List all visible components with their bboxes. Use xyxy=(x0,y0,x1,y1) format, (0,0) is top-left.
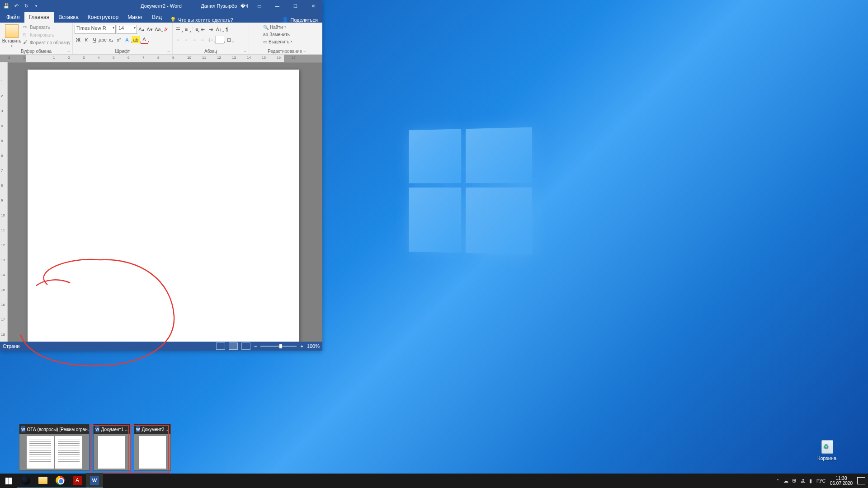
bullets-button[interactable]: ☰ xyxy=(175,26,182,33)
tab-layout[interactable]: Макет xyxy=(123,12,147,23)
numbering-button[interactable]: ≡ xyxy=(183,26,190,33)
page-indicator[interactable]: Страни xyxy=(3,343,19,349)
clock[interactable]: 11:30 06.07.2020 xyxy=(830,476,853,486)
qat-dropdown-icon[interactable]: ▾ xyxy=(33,2,40,9)
tab-view[interactable]: Вид xyxy=(147,12,166,23)
increase-indent-button[interactable]: ⇥ xyxy=(207,26,214,33)
ribbon-options-icon[interactable]: ▭ xyxy=(252,0,266,12)
align-right-button[interactable]: ≡ xyxy=(191,36,198,43)
ruler-h-tick: 13 xyxy=(232,56,236,60)
thumbnail-preview xyxy=(19,434,89,470)
strikethrough-button[interactable]: abc xyxy=(99,36,106,43)
font-name-select[interactable]: Times New R xyxy=(75,25,116,34)
ruler-v-tick: 1 xyxy=(1,79,3,83)
text-effects-button[interactable]: A xyxy=(123,36,131,43)
desktop-recycle-bin[interactable]: Корзина xyxy=(817,437,836,461)
tray-expand-icon[interactable]: ˄ xyxy=(777,479,779,483)
underline-button[interactable]: Ч xyxy=(91,36,98,43)
grow-font-button[interactable]: A▴ xyxy=(138,26,145,33)
ruler-h-tick: 16 xyxy=(277,56,281,60)
cut-button[interactable]: ✂Вырезать xyxy=(23,23,71,31)
ruler-h-tick: 9 xyxy=(172,56,174,60)
font-size-select[interactable]: 14 xyxy=(117,25,137,34)
zoom-slider[interactable] xyxy=(260,346,297,347)
maximize-button[interactable]: ☐ xyxy=(288,0,302,12)
language-indicator[interactable]: РУС xyxy=(816,479,826,483)
ruler-horizontal[interactable]: 211234567891011121314151617 xyxy=(0,55,322,62)
read-mode-button[interactable] xyxy=(216,343,225,350)
titlebar[interactable]: 💾 ↶ ↻ ▾ Документ2 - Word Данил Пузырёв �… xyxy=(0,0,322,12)
recycle-bin-label: Корзина xyxy=(817,455,836,461)
zoom-in-button[interactable]: + xyxy=(300,343,303,349)
onedrive-icon[interactable]: ☁ xyxy=(783,478,788,484)
tab-design[interactable]: Конструктор xyxy=(83,12,123,23)
copy-button[interactable]: ⎘Копировать xyxy=(23,31,71,38)
thumbnail-0[interactable]: WОТА (вопросы) [Режим огран... xyxy=(19,424,90,471)
clear-formatting-button[interactable]: A̷ xyxy=(162,26,170,33)
share-button[interactable]: 👤 Поделиться xyxy=(282,17,318,23)
ruler-h-tick: 10 xyxy=(187,56,191,60)
superscript-button[interactable]: x² xyxy=(115,36,123,43)
subscript-button[interactable]: x₂ xyxy=(107,36,114,43)
copy-icon: ⎘ xyxy=(23,32,28,38)
notifications-icon[interactable] xyxy=(857,477,865,484)
justify-button[interactable]: ≡ xyxy=(199,36,206,43)
tab-home[interactable]: Главная xyxy=(24,12,54,23)
document-page[interactable] xyxy=(28,70,299,342)
taskbar-word[interactable]: W xyxy=(86,473,103,488)
start-button[interactable] xyxy=(0,474,17,488)
taskbar-chrome[interactable] xyxy=(52,473,69,488)
close-button[interactable]: ✕ xyxy=(306,0,321,12)
undo-icon[interactable]: ↶ xyxy=(13,2,20,9)
highlight-button[interactable]: ab xyxy=(132,36,140,43)
multilevel-button[interactable]: ⋮≡ xyxy=(191,26,198,33)
sort-button[interactable]: A↓ xyxy=(215,26,222,33)
page-viewport[interactable] xyxy=(8,62,322,342)
ruler-v-tick: 16 xyxy=(1,303,5,307)
save-icon[interactable]: 💾 xyxy=(3,2,10,9)
change-case-button[interactable]: Aa xyxy=(154,26,161,33)
user-name[interactable]: Данил Пузырёв xyxy=(201,3,237,9)
battery-icon[interactable]: ▮ xyxy=(809,478,812,484)
web-layout-button[interactable] xyxy=(241,343,250,350)
ruler-vertical[interactable]: 1234567891011121314151617181920 xyxy=(0,62,8,342)
shading-button[interactable] xyxy=(215,36,224,44)
show-marks-button[interactable]: ¶ xyxy=(223,26,231,33)
ruler-h-tick: 5 xyxy=(113,56,114,60)
bold-button[interactable]: Ж xyxy=(75,36,82,43)
italic-button[interactable]: К xyxy=(83,36,90,43)
paste-icon xyxy=(5,24,19,38)
taskbar-explorer[interactable] xyxy=(34,473,52,488)
borders-button[interactable]: ⊞ xyxy=(225,36,232,43)
ribbon-display-icon[interactable]: �খ xyxy=(241,3,248,9)
minimize-button[interactable]: — xyxy=(270,0,284,12)
paste-button[interactable]: Вставить ▾ xyxy=(2,23,22,48)
clock-time: 11:30 xyxy=(830,476,853,481)
find-button[interactable]: 🔍Найти▾ xyxy=(263,23,292,31)
taskbar-acrobat[interactable]: A xyxy=(69,473,86,488)
tab-file[interactable]: Файл xyxy=(2,12,24,23)
decrease-indent-button[interactable]: ⇤ xyxy=(199,26,206,33)
replace-button[interactable]: abЗаменить xyxy=(263,31,292,38)
redo-icon[interactable]: ↻ xyxy=(23,2,30,9)
security-icon[interactable]: ⛨ xyxy=(792,478,797,484)
shrink-font-button[interactable]: A▾ xyxy=(146,26,153,33)
align-center-button[interactable]: ≡ xyxy=(183,36,190,43)
line-spacing-button[interactable]: ‡≡ xyxy=(207,36,214,43)
taskbar-steam[interactable] xyxy=(17,473,34,488)
tell-me-search[interactable]: 💡 Что вы хотите сделать? xyxy=(170,17,233,23)
annotation-box-2 xyxy=(130,425,169,474)
select-button[interactable]: ▭Выделить▾ xyxy=(263,38,292,45)
network-icon[interactable]: 🖧 xyxy=(801,478,806,484)
font-color-button[interactable]: A xyxy=(141,36,148,44)
zoom-level[interactable]: 100% xyxy=(307,343,320,349)
svg-rect-1 xyxy=(9,478,12,481)
format-painter-button[interactable]: 🖌Формат по образцу xyxy=(23,39,71,46)
ruler-h-tick: 7 xyxy=(142,56,144,60)
taskbar: A W ˄ ☁ ⛨ 🖧 ▮ РУС 11:30 06.07.2020 xyxy=(0,474,868,488)
tab-insert[interactable]: Вставка xyxy=(54,12,83,23)
print-layout-button[interactable] xyxy=(229,343,238,350)
ruler-v-tick: 9 xyxy=(1,198,3,202)
zoom-out-button[interactable]: − xyxy=(254,343,257,349)
align-left-button[interactable]: ≡ xyxy=(175,36,182,43)
